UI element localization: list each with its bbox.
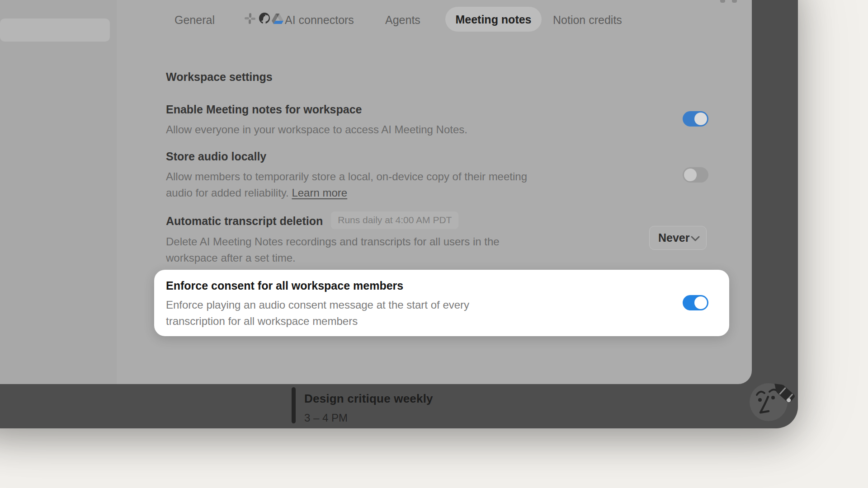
event-time: 3 – 4 PM xyxy=(304,412,440,424)
row-enforce-consent-title: Enforce consent for all workspace member… xyxy=(166,279,403,292)
slack-icon xyxy=(244,13,256,24)
toggle-knob xyxy=(684,169,697,181)
row-enforce-consent-desc-line2: transcription for all workspace members xyxy=(166,315,358,328)
google-drive-icon xyxy=(271,13,284,24)
deletion-interval-select[interactable]: Never xyxy=(649,226,707,250)
toggle-enable-meeting-notes[interactable] xyxy=(683,111,708,127)
github-icon xyxy=(258,12,271,25)
row-transcript-deletion-title: Automatic transcript deletionRuns daily … xyxy=(166,213,458,231)
tab-notion-credits[interactable]: Notion credits xyxy=(553,14,622,27)
toggle-knob xyxy=(694,296,707,309)
app-window: Design critique weekly 3 – 4 PM xyxy=(0,0,798,428)
row-enable-meeting-notes-desc: Allow everyone in your workspace to acce… xyxy=(166,123,467,136)
connector-icons xyxy=(244,13,283,26)
tab-meeting-notes[interactable]: Meeting notes xyxy=(445,7,542,32)
row-store-audio-desc-line2: audio for added reliability. Learn more xyxy=(166,187,347,199)
chevron-down-icon xyxy=(691,236,700,242)
sidebar-selected-item[interactable] xyxy=(0,19,110,42)
row-enforce-consent-desc-line1: Enforce playing an audio consent message… xyxy=(166,299,469,311)
screen: Design critique weekly 3 – 4 PM xyxy=(0,0,868,488)
toggle-store-audio[interactable] xyxy=(683,167,708,183)
title-text: Automatic transcript deletion xyxy=(166,215,323,227)
tab-agents[interactable]: Agents xyxy=(385,14,420,27)
toggle-enforce-consent[interactable] xyxy=(683,295,708,310)
row-store-audio-desc-line1: Allow members to temporarily store a loc… xyxy=(166,170,527,183)
row-enable-meeting-notes-title: Enable Meeting notes for workspace xyxy=(166,103,362,116)
face-doodle-pencil-button[interactable] xyxy=(746,379,798,428)
learn-more-link[interactable]: Learn more xyxy=(292,187,347,199)
row-store-audio-title: Store audio locally xyxy=(166,150,266,163)
tab-meeting-notes-label: Meeting notes xyxy=(445,13,542,26)
tab-ai-connectors[interactable]: AI connectors xyxy=(285,14,354,27)
row-transcript-deletion-desc-line1: Delete AI Meeting Notes recordings and t… xyxy=(166,235,500,248)
desc-text: audio for added reliability. xyxy=(166,187,289,199)
settings-modal: General xyxy=(0,0,752,384)
tab-general[interactable]: General xyxy=(175,14,215,27)
event-accent-bar xyxy=(292,387,296,423)
schedule-badge: Runs daily at 4:00 AM PDT xyxy=(331,211,458,229)
face-pencil-icon xyxy=(746,379,798,428)
section-heading: Workspace settings xyxy=(166,70,273,84)
clipped-top-icon xyxy=(720,0,747,3)
toggle-knob xyxy=(694,113,707,125)
row-transcript-deletion-desc-line2: workspace after a set time. xyxy=(166,252,296,264)
event-title: Design critique weekly xyxy=(304,392,576,406)
settings-sidebar xyxy=(0,0,117,384)
deletion-interval-value: Never xyxy=(658,231,690,244)
spotlight-row-enforce-consent: Enforce consent for all workspace member… xyxy=(154,270,729,336)
